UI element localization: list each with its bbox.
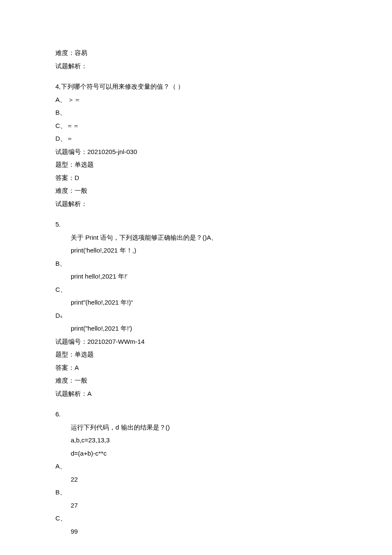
q5-line1: 关于 Print 语句，下列选项能够正确输出的是？()A、 — [55, 232, 337, 244]
q5-id: 试题编号：20210207-WWm-14 — [55, 336, 337, 348]
q4-option-b: B、 — [55, 107, 337, 119]
q6-c-value: 99 — [55, 526, 337, 538]
q5-d-content: print("hello!,2021 年!′) — [55, 323, 337, 335]
q4-type: 题型：单选题 — [55, 159, 337, 171]
q5-c-content: print"(hello!,2021 年!)“ — [55, 296, 337, 309]
q4-analysis-label: 试题解析： — [55, 198, 337, 210]
q5-line2: print('hello!,2021 年！,) — [55, 244, 337, 257]
q6-number: 6. — [55, 408, 337, 421]
q6-b-value: 27 — [55, 500, 337, 512]
q5-number: 5. — [55, 218, 337, 231]
q5-difficulty: 难度：一般 — [55, 375, 337, 387]
q5-analysis: 试题解析：A — [55, 388, 337, 400]
q4-difficulty: 难度：一般 — [55, 185, 337, 197]
q6-option-b: B、 — [55, 486, 337, 499]
document-page: 难度：容易 试题解析： 4,下列哪个符号可以用来修改变量的值？（ ） A、 ＞＝… — [0, 0, 392, 555]
q6-option-c: C、 — [55, 512, 337, 525]
q6-option-a: A、 — [55, 460, 337, 473]
q5-b-content: print hello!,2021 年!′ — [55, 270, 337, 283]
q6-line1: 运行下列代码，d 输出的结果是？() — [55, 421, 337, 434]
q4-option-a: A、 ＞＝ — [55, 94, 337, 106]
q4-id: 试题编号：20210205-jnl-030 — [55, 146, 337, 158]
q5-answer: 答案：A — [55, 362, 337, 374]
q6-line3: d=(a+b)-c**c — [55, 447, 337, 460]
q6-a-value: 22 — [55, 474, 337, 486]
q6-line2: a,b,c=23,13,3 — [55, 434, 337, 447]
q4-option-c: C、＝＝ — [55, 120, 337, 132]
q5-option-b: B、 — [55, 258, 337, 270]
q3-analysis-label: 试题解析： — [55, 60, 337, 73]
q5-option-d: Dₛ — [55, 310, 337, 322]
q4-prompt: 4,下列哪个符号可以用来修改变量的值？（ ） — [55, 81, 337, 93]
q3-difficulty: 难度：容易 — [55, 47, 337, 59]
q5-option-c: C、 — [55, 284, 337, 296]
q4-answer: 答案：D — [55, 172, 337, 184]
q5-type: 题型：单选题 — [55, 349, 337, 361]
q4-option-d: D、＝ — [55, 133, 337, 145]
